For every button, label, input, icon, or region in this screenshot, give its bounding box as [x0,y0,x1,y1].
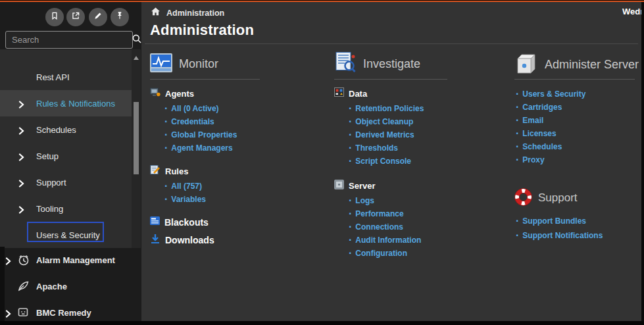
sidebar-item-label: Rules & Notifications [36,99,115,109]
focus-outline [27,222,104,242]
link-proxy[interactable]: Proxy [522,155,544,164]
right-edge [641,2,644,321]
sidebar-item-label: Support [36,178,66,188]
link-support-notifications[interactable]: Support Notifications [522,231,603,240]
link-variables[interactable]: Variables [171,195,206,204]
link-performance[interactable]: Performance [355,209,403,218]
sidebar-item-label: Tooling [36,204,63,214]
sidebar-scrollbar[interactable] [132,49,141,248]
page-title: Administration [150,22,254,39]
sidebar-item-alarm-management[interactable]: Alarm Management [0,247,132,273]
link-logs[interactable]: Logs [355,196,374,205]
data-icon [334,88,344,99]
scrollbar-thumb[interactable] [134,102,139,174]
pin-button[interactable] [111,8,129,26]
column-title: Investigate [363,57,420,71]
open-in-new-button[interactable] [66,8,85,26]
link-object-cleanup[interactable]: Object Cleanup [355,117,413,126]
link-row: Connections [349,220,499,234]
link-configuration[interactable]: Configuration [355,249,407,258]
link-licenses[interactable]: Licenses [522,129,556,138]
link-audit-information[interactable]: Audit Information [355,236,421,245]
chevron-right-icon [5,309,11,320]
sidebar-item-label: Apache [36,282,67,291]
downloads-icon [150,234,161,247]
agents-heading[interactable]: Agents [150,88,314,99]
link-retention-policies[interactable]: Retention Policies [355,104,424,113]
link-agents-all[interactable]: All (0 Active) [171,104,218,113]
link-users-security[interactable]: Users & Security [522,89,585,99]
link-derived-metrics[interactable]: Derived Metrics [355,130,414,139]
link-email[interactable]: Email [522,116,543,125]
support-header: Support [514,188,644,209]
heading-label: Downloads [165,235,214,245]
sidebar: Rest API Rules & Notifications Schedules… [0,2,141,321]
search-icon [132,34,142,47]
remedy-icon [17,306,30,322]
breadcrumb: Administration [150,6,224,20]
heading-label: Blackouts [164,217,209,228]
link-global-properties[interactable]: Global Properties [171,130,237,139]
blackouts-heading[interactable]: Blackouts [150,215,314,230]
administer-links: Users & Security Cartridges Email Licens… [516,88,644,166]
sidebar-item-schedules[interactable]: Schedules [0,116,132,143]
sidebar-item-rules-notifications[interactable]: Rules & Notifications [0,90,132,116]
chevron-right-icon [18,178,24,190]
link-row: Configuration [349,247,499,260]
blackouts-icon [150,216,160,228]
link-thresholds[interactable]: Thresholds [355,143,398,153]
sidebar-item-label: Schedules [36,125,76,135]
sidebar-item-tooling[interactable]: Tooling [0,195,132,222]
bookmark-button[interactable] [45,8,64,26]
link-row: Users & Security [516,88,644,101]
link-agent-managers[interactable]: Agent Managers [171,143,232,153]
sidebar-item-rest-api[interactable]: Rest API [0,64,132,90]
link-schedules[interactable]: Schedules [522,142,562,151]
data-heading[interactable]: Data [334,88,499,99]
monitor-icon [150,53,172,75]
link-rules-all[interactable]: All (757) [171,182,202,191]
scroll-up-arrow-icon[interactable] [134,56,139,60]
sidebar-submenu-panel: Rest API Rules & Notifications Schedules… [0,49,132,248]
sidebar-item-support[interactable]: Support [0,169,132,195]
section-server: Server Logs Performance Connections Audi… [334,180,499,260]
sidebar-item-apache[interactable]: Apache [0,273,132,299]
server-heading[interactable]: Server [334,180,499,191]
rules-heading[interactable]: Rules [150,165,314,177]
open-in-new-icon [71,11,80,23]
edit-button[interactable] [89,8,107,26]
sidebar-item-label: BMC Remedy [36,308,91,318]
pin-icon [115,11,124,23]
downloads-heading[interactable]: Downloads [150,233,314,247]
search-input[interactable] [6,35,132,45]
column-monitor: Monitor Agents All (0 Active) Credential… [150,53,314,247]
search-box [5,31,133,49]
link-row: Schedules [516,140,644,153]
link-connections[interactable]: Connections [355,222,403,232]
section-blackouts: Blackouts [150,215,314,230]
link-credentials[interactable]: Credentials [171,117,214,126]
link-support-bundles[interactable]: Support Bundles [522,216,586,226]
main-content: Administration Wedr Administration Monit… [141,2,641,321]
heading-label: Rules [165,166,188,176]
server-icon [334,180,344,192]
link-row: Licenses [516,127,644,140]
link-row: Derived Metrics [349,128,499,141]
link-row: Cartridges [516,101,644,114]
bookmark-icon [50,11,59,23]
sidebar-item-setup[interactable]: Setup [0,143,132,169]
chevron-right-icon [18,205,24,216]
heading-label: Data [349,89,367,99]
feather-icon [17,280,30,295]
datetime-text: Wedr [622,7,643,16]
breadcrumb-administration[interactable]: Administration [166,9,224,18]
bottom-edge [0,321,644,325]
link-script-console[interactable]: Script Console [355,157,411,166]
link-row: Variables [164,193,314,206]
column-title: Administer Server [545,58,639,72]
investigate-icon [334,52,357,76]
chevron-right-icon [5,256,11,268]
link-cartridges[interactable]: Cartridges [522,103,562,112]
home-icon[interactable] [150,6,161,20]
administration-page: Rest API Rules & Notifications Schedules… [0,0,644,325]
